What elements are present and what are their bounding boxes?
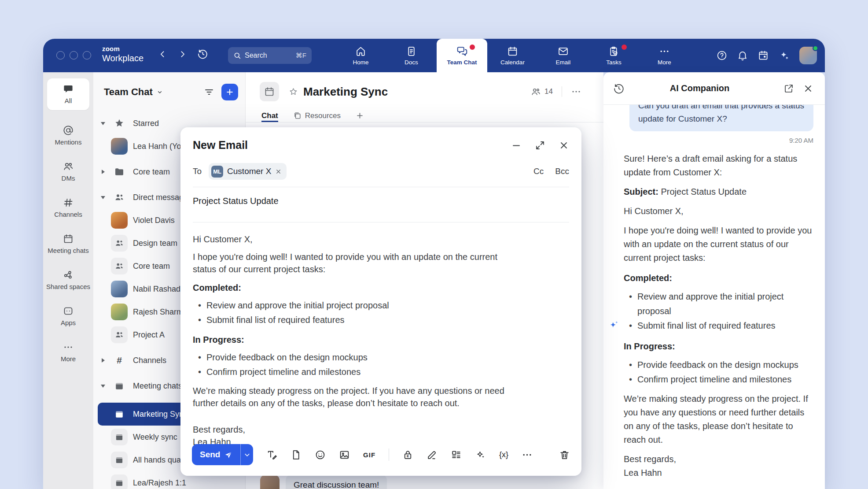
new-chat-button[interactable] (221, 84, 238, 100)
nav-calendar[interactable]: Calendar (487, 39, 538, 72)
bcc-button[interactable]: Bcc (555, 167, 569, 176)
item-label: Lea Hanh (You) (133, 142, 188, 151)
meeting-calendar-icon (111, 378, 128, 394)
minimize-icon[interactable] (511, 140, 522, 151)
logo-workplace: Workplace (102, 54, 143, 63)
pop-out-icon[interactable] (783, 83, 794, 94)
tab-resources[interactable]: Resources (293, 109, 341, 122)
text-format-icon[interactable] (266, 449, 277, 460)
send-options-dropdown[interactable] (240, 444, 253, 465)
toolbar-more-icon[interactable] (522, 449, 533, 460)
today-calendar-icon[interactable] (758, 50, 769, 61)
ai-close-icon[interactable] (803, 83, 813, 94)
email-bullet: •Provide feedback on the design mockups (193, 350, 511, 365)
rail-item-dms[interactable]: DMs (62, 161, 75, 182)
template-icon[interactable] (451, 449, 462, 460)
rail-item-mentions[interactable]: Mentions (55, 125, 82, 146)
subject-input[interactable]: Project Status Update (193, 187, 569, 215)
send-button[interactable]: Send (192, 444, 240, 465)
caret-down-icon (101, 196, 105, 199)
expand-icon[interactable] (535, 140, 545, 151)
nav-more[interactable]: More (639, 39, 690, 72)
ai-companion-icon[interactable] (778, 50, 790, 62)
caret-right-icon (102, 358, 105, 363)
history-icon[interactable] (197, 48, 208, 59)
user-prompt-bubble: Can you draft an email that provides a s… (629, 105, 813, 131)
window-minimize-button[interactable] (70, 51, 78, 59)
help-icon[interactable] (716, 50, 728, 61)
ai-compose-icon[interactable] (475, 449, 486, 460)
panel-title[interactable]: Team Chat (104, 86, 163, 98)
svg-text:E: E (407, 454, 409, 458)
tasks-badge (622, 44, 627, 50)
ai-sparkle-icon (608, 153, 620, 489)
filter-icon[interactable] (204, 87, 214, 97)
send-button-group[interactable]: Send (192, 444, 253, 465)
channel-more-icon[interactable] (571, 86, 581, 97)
favorite-star-icon[interactable] (289, 87, 298, 96)
modal-title: New Email (193, 139, 498, 152)
tasks-icon (608, 46, 619, 57)
notifications-icon[interactable] (737, 50, 748, 61)
delete-draft-icon[interactable] (559, 449, 570, 460)
variables-button[interactable]: {x} (499, 450, 508, 459)
encrypt-lock-icon[interactable]: E (402, 449, 413, 460)
folder-icon (111, 163, 128, 180)
nav-tasks[interactable]: Tasks (588, 39, 639, 72)
attach-file-icon[interactable] (291, 449, 302, 460)
gif-button[interactable]: GIF (363, 451, 375, 459)
insert-image-icon[interactable] (339, 449, 350, 460)
chat-message[interactable]: Great discussion team! (260, 475, 387, 489)
close-icon[interactable] (559, 140, 569, 151)
nav-home[interactable]: Home (335, 39, 386, 72)
rail-item-apps[interactable]: Apps (61, 306, 76, 327)
ai-closing: We’re making steady progress on the proj… (624, 392, 813, 447)
rail-item-more[interactable]: More (61, 342, 76, 363)
all-chats-icon (63, 84, 74, 94)
send-label: Send (200, 450, 220, 459)
avatar (111, 138, 128, 155)
nav-docs[interactable]: Docs (386, 39, 437, 72)
nav-more-label: More (658, 59, 671, 66)
email-body-editor[interactable]: Hi Customer X, I hope you're doing well!… (193, 222, 511, 448)
member-count[interactable]: 14 (531, 87, 553, 97)
subject-value: Project Status Update (661, 187, 747, 196)
meeting-chats-icon (63, 233, 74, 244)
rail-item-channels[interactable]: Channels (54, 197, 82, 219)
user-avatar[interactable] (799, 47, 817, 64)
message-bubble: Great discussion team! (286, 475, 387, 489)
back-icon[interactable] (158, 50, 167, 59)
ai-bullet: •Provide feedback on the design mockups (624, 358, 813, 372)
avatar (111, 281, 128, 297)
item-label: Weekly sync (133, 433, 177, 442)
ai-body-intro: I hope you're doing well! I wanted to pr… (624, 224, 813, 265)
nav-email-label: Email (556, 59, 571, 66)
group-icon (111, 258, 128, 274)
calendar-icon (507, 46, 518, 57)
tab-add[interactable] (356, 109, 364, 122)
meeting-calendar-icon (111, 406, 128, 422)
avatar (260, 475, 280, 489)
window-close-button[interactable] (56, 51, 65, 59)
nav-team-chat[interactable]: Team Chat (437, 39, 487, 72)
rail-item-shared-spaces[interactable]: Shared spaces (46, 270, 90, 291)
window-controls[interactable] (56, 51, 91, 59)
rail-channels-label: Channels (54, 211, 82, 219)
emoji-icon[interactable] (315, 449, 326, 460)
window-zoom-button[interactable] (83, 51, 91, 59)
signature-icon[interactable] (427, 449, 438, 460)
team-chat-badge (470, 44, 475, 50)
remove-recipient-icon[interactable] (275, 168, 282, 175)
nav-email[interactable]: Email (538, 39, 588, 72)
tab-chat[interactable]: Chat (261, 109, 278, 122)
ai-history-icon[interactable] (613, 83, 625, 94)
cc-button[interactable]: Cc (533, 167, 544, 176)
item-label: Core team (133, 262, 170, 271)
new-email-modal: New Email To ML Customer X Cc Bcc Projec… (180, 127, 581, 476)
rail-item-all[interactable]: All (47, 78, 89, 110)
recipient-chip[interactable]: ML Customer X (209, 163, 287, 180)
forward-icon[interactable] (178, 50, 187, 59)
search-input[interactable]: Search ⌘F (228, 47, 312, 64)
rail-item-meeting-chats[interactable]: Meeting chats (48, 233, 88, 255)
search-icon (233, 52, 241, 59)
